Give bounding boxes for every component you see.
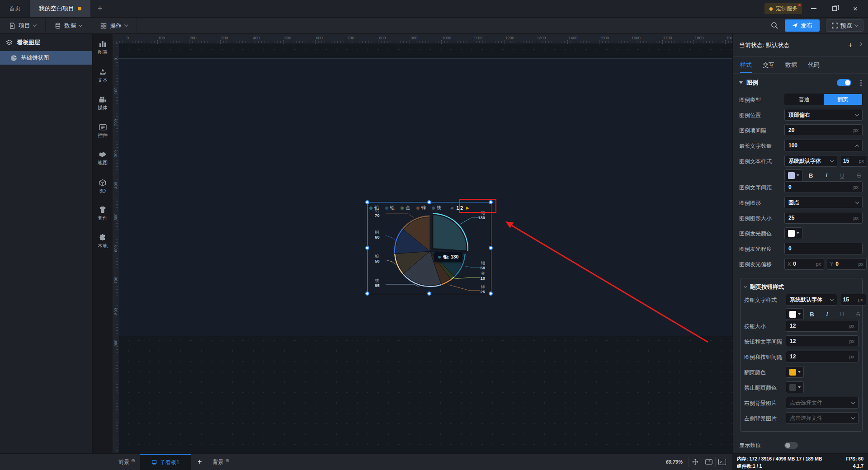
legend-shape-size-input[interactable]: 25px <box>784 212 863 224</box>
preview-button[interactable]: 预览 <box>826 19 863 32</box>
button-text-style-font-select[interactable]: 系统默认字体 <box>786 294 837 306</box>
legend-item[interactable]: 铅 <box>369 205 379 211</box>
selection-handle[interactable] <box>489 291 493 296</box>
more-options-icon[interactable] <box>860 80 862 86</box>
selection-handle[interactable] <box>365 291 369 296</box>
strikethrough-button[interactable]: S <box>856 311 860 318</box>
display-value-toggle[interactable] <box>784 442 798 449</box>
legend-type-option-1[interactable]: 翻页 <box>824 94 863 105</box>
italic-button[interactable]: I <box>826 310 828 318</box>
ruler-label-x: 1100 <box>474 36 482 40</box>
maximize-button[interactable] <box>826 2 844 15</box>
color-picker[interactable] <box>784 169 802 181</box>
pager-prev-button[interactable]: ◀ <box>450 206 453 210</box>
tab-home[interactable]: 首页 <box>0 0 30 17</box>
selection-handle[interactable] <box>489 246 493 250</box>
menu-data[interactable]: 数据 <box>46 18 91 33</box>
kit-icon <box>99 206 107 213</box>
fit-screen-button[interactable] <box>688 457 702 467</box>
legend-type-option-0[interactable]: 普通 <box>785 94 824 105</box>
selection-handle[interactable] <box>365 246 369 250</box>
menu-project[interactable]: 项目 <box>0 18 46 33</box>
background-button[interactable]: 背景 ⊕ <box>208 454 234 470</box>
panel-tab-0[interactable]: 样式 <box>740 56 752 73</box>
legend-text-gap-input[interactable]: 0px <box>784 181 863 193</box>
chevron-up-icon[interactable] <box>855 144 859 148</box>
rail-item-2[interactable]: 媒体 <box>98 96 108 111</box>
underline-button[interactable]: U <box>840 311 844 318</box>
color-picker[interactable] <box>786 366 804 378</box>
layer-item-basic-pie[interactable]: 基础饼状图 <box>0 51 92 65</box>
legend-item-gap-input[interactable]: 20px <box>784 124 863 136</box>
foreground-button[interactable]: 前景 ⊕ <box>114 454 140 470</box>
color-picker[interactable] <box>784 227 802 239</box>
new-tab-button[interactable]: + <box>90 0 110 17</box>
bold-button[interactable]: B <box>809 172 813 179</box>
rail-item-4[interactable]: 地图 <box>98 151 108 166</box>
console-button[interactable]: >_ <box>715 457 729 467</box>
zoom-level[interactable]: 69.79% <box>660 459 688 465</box>
rail-item-1[interactable]: 文本 <box>98 68 108 84</box>
legend-text-style-control: 系统默认字体15pxBIUS <box>784 155 867 181</box>
strikethrough-button[interactable]: S <box>857 172 861 179</box>
search-icon[interactable] <box>771 22 778 29</box>
button-text-style-size-input[interactable]: 15px <box>840 294 866 306</box>
font-style-buttons: BIUS <box>804 310 866 318</box>
legend-toggle[interactable] <box>837 79 851 86</box>
legend-max-chars-input[interactable]: 100 <box>784 140 863 151</box>
selection-handle[interactable] <box>365 200 369 204</box>
tab-project-label: 我的空白项目 <box>39 5 74 13</box>
panel-row-pager-color: 翻页颜色 <box>744 366 859 381</box>
sub-board-tab[interactable]: 子看板1 <box>140 454 191 470</box>
rail-item-6[interactable]: 套件 <box>98 206 108 221</box>
rail-item-0[interactable]: 图表 <box>98 40 108 56</box>
legend-button-gap-input[interactable]: 12px <box>786 351 859 362</box>
italic-button[interactable]: I <box>826 172 827 179</box>
ruler-label-y: 0 <box>113 53 118 65</box>
legend-glow-level-input[interactable]: 0 <box>784 243 863 254</box>
chevron-right-icon[interactable] <box>859 42 862 46</box>
legend-item[interactable]: 铁 <box>432 205 442 211</box>
legend-section-header[interactable]: 图例 <box>733 74 868 92</box>
legend-glow-color-label: 图例发光颜色 <box>739 227 784 238</box>
pager-style-group-header[interactable]: 翻页按钮样式 <box>744 280 859 294</box>
legend-item[interactable]: 铝 <box>385 205 395 211</box>
publish-button[interactable]: 发布 <box>785 19 820 32</box>
bold-button[interactable]: B <box>810 311 814 318</box>
color-picker[interactable] <box>786 381 804 393</box>
pager-disabled-color-label: 禁止翻页颜色 <box>744 381 786 392</box>
add-board-button[interactable]: + <box>191 454 208 470</box>
panel-tab-3[interactable]: 代码 <box>808 56 820 73</box>
legend-glow-offset-y-input[interactable]: Y0px <box>827 258 867 270</box>
button-size-input[interactable]: 12px <box>786 320 859 332</box>
annotation-red-box-pager <box>459 199 496 213</box>
color-picker[interactable] <box>786 308 804 320</box>
panel-tab-1[interactable]: 交互 <box>763 56 774 73</box>
legend-text-style-font-select[interactable]: 系统默认字体 <box>784 155 837 167</box>
legend-glow-offset-x-input[interactable]: X0px <box>784 258 824 270</box>
selection-handle[interactable] <box>427 200 431 204</box>
menu-operate[interactable]: 操作 <box>91 18 137 33</box>
custom-service-badge[interactable]: ◆ 定制服务 <box>764 3 802 14</box>
pie-slice-0[interactable] <box>433 215 467 251</box>
rail-item-3[interactable]: 控件 <box>98 124 108 139</box>
close-button[interactable]: × <box>846 2 864 15</box>
underline-button[interactable]: U <box>840 172 844 179</box>
panel-tab-2[interactable]: 数据 <box>785 56 797 73</box>
button-text-gap-input[interactable]: 12px <box>786 335 859 347</box>
pie-chart-component[interactable]: 铝70铜60银50铁95铅130钼58金10锌25 铅铝金锌铁◀1/2▶ 铅: … <box>367 202 491 294</box>
minimize-button[interactable] <box>805 2 823 15</box>
add-state-button[interactable]: + <box>848 41 853 50</box>
left-bg-image-file-select[interactable]: 点击选择文件 <box>786 412 859 424</box>
selection-handle[interactable] <box>427 291 431 296</box>
right-bg-image-file-select[interactable]: 点击选择文件 <box>786 397 859 409</box>
legend-text-style-size-input[interactable]: 15px <box>840 155 867 167</box>
tab-project[interactable]: 我的空白项目 <box>30 0 90 17</box>
legend-shape-select[interactable]: 圆点 <box>784 197 863 208</box>
legend-item[interactable]: 金 <box>401 205 410 211</box>
legend-item[interactable]: 锌 <box>416 205 426 211</box>
legend-position-select[interactable]: 顶部偏右 <box>784 109 863 121</box>
rail-item-7[interactable]: 本地 <box>98 234 108 249</box>
keyboard-shortcuts-button[interactable] <box>702 457 715 467</box>
rail-item-5[interactable]: 3D <box>99 179 106 193</box>
